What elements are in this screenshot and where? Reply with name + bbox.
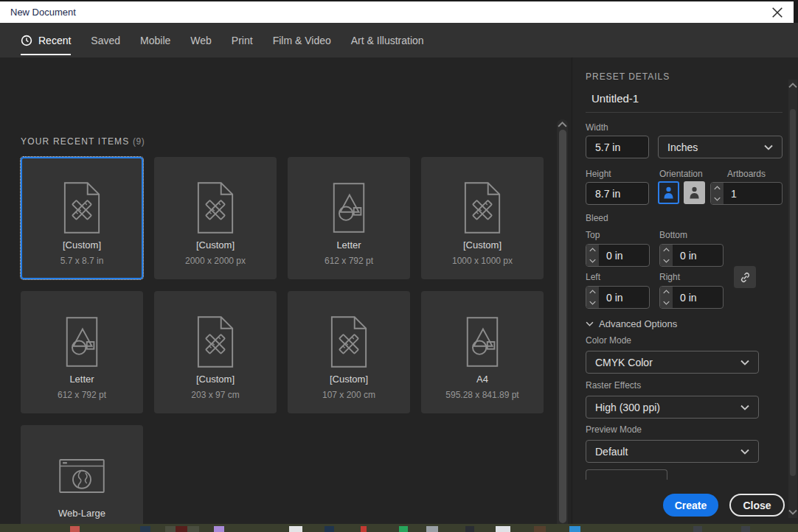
bleed-value[interactable]: 0 in <box>599 287 649 308</box>
divider <box>586 112 783 113</box>
document-name-field[interactable]: Untitled-1 <box>591 92 639 105</box>
bleed-field: Left 0 in <box>586 272 650 309</box>
bleed-increment-button[interactable] <box>586 245 599 256</box>
tab-label: Print <box>232 35 253 46</box>
left-scrollbar[interactable] <box>557 119 568 532</box>
recent-item-card[interactable]: Web-Large 1920 x 1080 px <box>21 425 143 532</box>
artboards-value[interactable]: 1 <box>724 183 782 204</box>
scroll-up-icon[interactable] <box>788 82 797 89</box>
right-scrollbar[interactable] <box>788 80 797 518</box>
recent-item-card[interactable]: [Custom] 5.7 x 8.7 in <box>21 157 143 279</box>
dropdown[interactable]: Default <box>586 440 759 463</box>
width-input[interactable]: 5.7 in <box>586 136 649 158</box>
tab[interactable]: Saved <box>91 23 120 57</box>
bleed-field-label: Left <box>586 272 650 282</box>
tab[interactable]: Film & Video <box>273 23 331 57</box>
taskbar-icon-fragment[interactable] <box>465 526 474 532</box>
tab[interactable]: Web <box>190 23 212 57</box>
card-size: 107 x 200 cm <box>322 390 375 400</box>
card-icon-box <box>62 176 102 239</box>
dropdown[interactable]: High (300 ppi) <box>586 396 759 419</box>
bleed-value[interactable]: 0 in <box>673 287 723 308</box>
taskbar-icon-fragment[interactable] <box>569 526 580 532</box>
recent-item-card[interactable]: [Custom] 203 x 97 cm <box>154 291 277 413</box>
taskbar-icon-fragment[interactable] <box>496 526 510 532</box>
recent-item-card[interactable]: [Custom] 107 x 200 cm <box>288 291 410 413</box>
taskbar-icon-fragment[interactable] <box>325 526 334 532</box>
tab[interactable]: Art & Illustration <box>351 23 424 57</box>
close-icon[interactable] <box>771 7 783 18</box>
artboards-increment-button[interactable] <box>711 183 724 194</box>
recent-items-heading: YOUR RECENT ITEMS (9) <box>21 136 145 147</box>
recent-item-card[interactable]: [Custom] 2000 x 2000 px <box>154 157 277 279</box>
taskbar-icon-fragment[interactable] <box>534 526 546 532</box>
taskbar-icon-fragment[interactable] <box>289 526 302 532</box>
card-title: [Custom] <box>196 239 235 251</box>
left-scrollbar-thumb[interactable] <box>559 130 566 523</box>
recent-item-card[interactable]: Letter 612 x 792 pt <box>288 157 410 279</box>
scroll-down-icon[interactable] <box>788 508 797 516</box>
card-icon-box <box>462 176 502 239</box>
tab[interactable]: Print <box>232 23 253 57</box>
right-scrollbar-thumb[interactable] <box>790 109 796 476</box>
bleed-decrement-button[interactable] <box>586 298 599 309</box>
link-bleed-values-button[interactable] <box>734 266 756 288</box>
close-button[interactable]: Close <box>729 494 785 517</box>
height-input[interactable]: 8.7 in <box>586 182 649 205</box>
bleed-decrement-button[interactable] <box>660 256 673 267</box>
artboards-decrement-button[interactable] <box>711 194 724 205</box>
orientation-portrait-button[interactable] <box>658 181 679 204</box>
chevron-down-icon <box>740 360 749 365</box>
clipped-dropdown[interactable] <box>586 469 667 480</box>
height-label: Height <box>586 169 611 179</box>
bleed-decrement-button[interactable] <box>660 298 673 309</box>
taskbar-icon-fragment[interactable] <box>693 526 702 532</box>
preset-details-panel: PRESET DETAILS Untitled-1 Width 5.7 in I… <box>572 57 798 524</box>
taskbar-icon-fragment[interactable] <box>214 526 224 532</box>
recent-item-card[interactable]: [Custom] 1000 x 1000 px <box>421 157 544 279</box>
recent-item-card[interactable]: A4 595.28 x 841.89 pt <box>421 291 544 413</box>
tab[interactable]: Recent <box>21 23 71 57</box>
taskbar-icon-fragment[interactable] <box>741 526 750 532</box>
bleed-decrement-button[interactable] <box>586 256 599 267</box>
print-document-icon <box>329 181 369 234</box>
windows-taskbar[interactable] <box>0 524 798 532</box>
taskbar-icon-fragment[interactable] <box>70 526 80 532</box>
card-title: Letter <box>336 239 361 251</box>
bleed-label: Bleed <box>586 213 608 223</box>
recent-items-count: (9) <box>133 136 145 147</box>
bleed-increment-button[interactable] <box>660 287 673 298</box>
units-dropdown[interactable]: Inches <box>658 136 783 158</box>
taskbar-icon-fragment[interactable] <box>140 526 150 532</box>
bleed-field: Right 0 in <box>659 272 724 309</box>
taskbar-icon-fragment[interactable] <box>399 526 408 532</box>
dropdown-value: Default <box>595 446 628 458</box>
artboards-stepper: 1 <box>710 182 783 205</box>
card-title: Letter <box>69 374 94 385</box>
taskbar-icon-fragment[interactable] <box>426 526 438 532</box>
bleed-increment-button[interactable] <box>660 245 673 256</box>
card-title: [Custom] <box>196 374 235 385</box>
scroll-up-icon[interactable] <box>558 121 567 128</box>
card-size: 5.7 x 8.7 in <box>60 256 104 266</box>
tab-bar: Recent Saved Mobile Web Print Film & Vid… <box>0 23 798 57</box>
bleed-increment-button[interactable] <box>586 287 599 298</box>
bleed-value[interactable]: 0 in <box>673 245 723 266</box>
landscape-person-icon <box>688 186 701 200</box>
bleed-value[interactable]: 0 in <box>599 245 649 266</box>
recent-item-card[interactable]: Letter 612 x 792 pt <box>21 291 143 413</box>
create-button[interactable]: Create <box>663 494 718 517</box>
chevron-down-icon <box>740 449 749 455</box>
tab[interactable]: Mobile <box>140 23 170 57</box>
orientation-landscape-button[interactable] <box>684 181 705 204</box>
card-title: [Custom] <box>63 239 101 251</box>
dropdown[interactable]: CMYK Color <box>586 351 759 374</box>
advanced-options-toggle[interactable]: Advanced Options <box>586 318 677 329</box>
card-icon-box <box>195 310 235 374</box>
custom-document-icon <box>329 315 369 368</box>
taskbar-icon-fragment[interactable] <box>361 526 367 532</box>
chevron-down-icon <box>740 405 749 410</box>
taskbar-icon-fragment[interactable] <box>176 526 187 532</box>
dialog-title: New Document <box>10 7 76 18</box>
advanced-options-label: Advanced Options <box>599 318 677 329</box>
